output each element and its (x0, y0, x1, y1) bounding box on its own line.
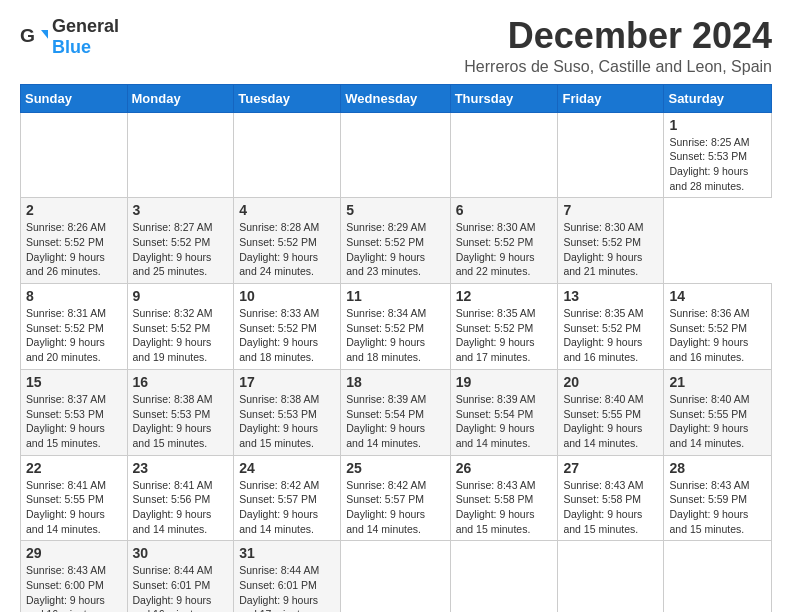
calendar-cell: 5Sunrise: 8:29 AMSunset: 5:52 PMDaylight… (341, 198, 450, 284)
col-friday: Friday (558, 84, 664, 112)
day-info: Sunrise: 8:34 AMSunset: 5:52 PMDaylight:… (346, 306, 444, 365)
calendar-cell: 13Sunrise: 8:35 AMSunset: 5:52 PMDayligh… (558, 284, 664, 370)
day-info: Sunrise: 8:26 AMSunset: 5:52 PMDaylight:… (26, 220, 122, 279)
calendar-cell: 23Sunrise: 8:41 AMSunset: 5:56 PMDayligh… (127, 455, 234, 541)
calendar-cell: 7Sunrise: 8:30 AMSunset: 5:52 PMDaylight… (558, 198, 664, 284)
calendar-cell: 29Sunrise: 8:43 AMSunset: 6:00 PMDayligh… (21, 541, 128, 612)
day-info: Sunrise: 8:38 AMSunset: 5:53 PMDaylight:… (239, 392, 335, 451)
day-number: 24 (239, 460, 335, 476)
day-info: Sunrise: 8:30 AMSunset: 5:52 PMDaylight:… (563, 220, 658, 279)
day-info: Sunrise: 8:31 AMSunset: 5:52 PMDaylight:… (26, 306, 122, 365)
logo-blue: Blue (52, 37, 91, 57)
day-info: Sunrise: 8:35 AMSunset: 5:52 PMDaylight:… (563, 306, 658, 365)
calendar-cell (450, 112, 558, 198)
calendar-week-row: 2Sunrise: 8:26 AMSunset: 5:52 PMDaylight… (21, 198, 772, 284)
day-number: 15 (26, 374, 122, 390)
day-number: 29 (26, 545, 122, 561)
day-number: 28 (669, 460, 766, 476)
calendar-week-row: 29Sunrise: 8:43 AMSunset: 6:00 PMDayligh… (21, 541, 772, 612)
day-info: Sunrise: 8:43 AMSunset: 6:00 PMDaylight:… (26, 563, 122, 612)
calendar-cell: 15Sunrise: 8:37 AMSunset: 5:53 PMDayligh… (21, 369, 128, 455)
day-number: 9 (133, 288, 229, 304)
day-number: 6 (456, 202, 553, 218)
day-info: Sunrise: 8:42 AMSunset: 5:57 PMDaylight:… (239, 478, 335, 537)
calendar-cell: 31Sunrise: 8:44 AMSunset: 6:01 PMDayligh… (234, 541, 341, 612)
day-info: Sunrise: 8:32 AMSunset: 5:52 PMDaylight:… (133, 306, 229, 365)
day-number: 25 (346, 460, 444, 476)
calendar-cell: 3Sunrise: 8:27 AMSunset: 5:52 PMDaylight… (127, 198, 234, 284)
day-number: 8 (26, 288, 122, 304)
calendar-cell (341, 112, 450, 198)
calendar-cell: 27Sunrise: 8:43 AMSunset: 5:58 PMDayligh… (558, 455, 664, 541)
calendar-cell (21, 112, 128, 198)
calendar-cell (127, 112, 234, 198)
day-info: Sunrise: 8:44 AMSunset: 6:01 PMDaylight:… (133, 563, 229, 612)
day-number: 2 (26, 202, 122, 218)
day-number: 11 (346, 288, 444, 304)
calendar-cell: 9Sunrise: 8:32 AMSunset: 5:52 PMDaylight… (127, 284, 234, 370)
day-number: 20 (563, 374, 658, 390)
calendar-week-row: 15Sunrise: 8:37 AMSunset: 5:53 PMDayligh… (21, 369, 772, 455)
day-info: Sunrise: 8:39 AMSunset: 5:54 PMDaylight:… (456, 392, 553, 451)
calendar-cell: 6Sunrise: 8:30 AMSunset: 5:52 PMDaylight… (450, 198, 558, 284)
logo-text: General Blue (52, 16, 119, 58)
calendar-cell: 11Sunrise: 8:34 AMSunset: 5:52 PMDayligh… (341, 284, 450, 370)
calendar-cell (234, 112, 341, 198)
day-number: 5 (346, 202, 444, 218)
calendar-cell (664, 541, 772, 612)
day-number: 26 (456, 460, 553, 476)
calendar-cell: 24Sunrise: 8:42 AMSunset: 5:57 PMDayligh… (234, 455, 341, 541)
day-number: 18 (346, 374, 444, 390)
day-info: Sunrise: 8:44 AMSunset: 6:01 PMDaylight:… (239, 563, 335, 612)
day-number: 4 (239, 202, 335, 218)
header-row: Sunday Monday Tuesday Wednesday Thursday… (21, 84, 772, 112)
col-tuesday: Tuesday (234, 84, 341, 112)
day-number: 16 (133, 374, 229, 390)
calendar-cell (558, 541, 664, 612)
calendar-cell (450, 541, 558, 612)
calendar-cell: 14Sunrise: 8:36 AMSunset: 5:52 PMDayligh… (664, 284, 772, 370)
day-info: Sunrise: 8:28 AMSunset: 5:52 PMDaylight:… (239, 220, 335, 279)
logo-general: General (52, 16, 119, 36)
day-number: 12 (456, 288, 553, 304)
day-number: 31 (239, 545, 335, 561)
day-info: Sunrise: 8:30 AMSunset: 5:52 PMDaylight:… (456, 220, 553, 279)
calendar-cell: 19Sunrise: 8:39 AMSunset: 5:54 PMDayligh… (450, 369, 558, 455)
page: G General Blue December 2024 Herreros de… (0, 0, 792, 612)
day-info: Sunrise: 8:25 AMSunset: 5:53 PMDaylight:… (669, 135, 766, 194)
calendar-cell: 10Sunrise: 8:33 AMSunset: 5:52 PMDayligh… (234, 284, 341, 370)
calendar-cell: 4Sunrise: 8:28 AMSunset: 5:52 PMDaylight… (234, 198, 341, 284)
day-info: Sunrise: 8:40 AMSunset: 5:55 PMDaylight:… (563, 392, 658, 451)
col-thursday: Thursday (450, 84, 558, 112)
title-area: December 2024 Herreros de Suso, Castille… (464, 16, 772, 76)
day-number: 22 (26, 460, 122, 476)
calendar-cell: 17Sunrise: 8:38 AMSunset: 5:53 PMDayligh… (234, 369, 341, 455)
calendar-week-row: 22Sunrise: 8:41 AMSunset: 5:55 PMDayligh… (21, 455, 772, 541)
calendar-cell (341, 541, 450, 612)
calendar-week-row: 1Sunrise: 8:25 AMSunset: 5:53 PMDaylight… (21, 112, 772, 198)
day-info: Sunrise: 8:33 AMSunset: 5:52 PMDaylight:… (239, 306, 335, 365)
day-info: Sunrise: 8:43 AMSunset: 5:58 PMDaylight:… (563, 478, 658, 537)
logo-icon: G (20, 23, 48, 51)
calendar-cell (558, 112, 664, 198)
svg-text:G: G (20, 25, 35, 46)
calendar-cell: 30Sunrise: 8:44 AMSunset: 6:01 PMDayligh… (127, 541, 234, 612)
calendar-cell: 21Sunrise: 8:40 AMSunset: 5:55 PMDayligh… (664, 369, 772, 455)
day-number: 3 (133, 202, 229, 218)
day-number: 23 (133, 460, 229, 476)
location-title: Herreros de Suso, Castille and Leon, Spa… (464, 58, 772, 76)
day-info: Sunrise: 8:43 AMSunset: 5:59 PMDaylight:… (669, 478, 766, 537)
svg-marker-1 (41, 30, 48, 39)
calendar-cell: 16Sunrise: 8:38 AMSunset: 5:53 PMDayligh… (127, 369, 234, 455)
col-saturday: Saturday (664, 84, 772, 112)
day-info: Sunrise: 8:41 AMSunset: 5:56 PMDaylight:… (133, 478, 229, 537)
day-info: Sunrise: 8:27 AMSunset: 5:52 PMDaylight:… (133, 220, 229, 279)
calendar-cell: 1Sunrise: 8:25 AMSunset: 5:53 PMDaylight… (664, 112, 772, 198)
day-info: Sunrise: 8:40 AMSunset: 5:55 PMDaylight:… (669, 392, 766, 451)
logo: G General Blue (20, 16, 119, 58)
day-number: 1 (669, 117, 766, 133)
calendar-cell: 28Sunrise: 8:43 AMSunset: 5:59 PMDayligh… (664, 455, 772, 541)
calendar-cell: 12Sunrise: 8:35 AMSunset: 5:52 PMDayligh… (450, 284, 558, 370)
calendar-week-row: 8Sunrise: 8:31 AMSunset: 5:52 PMDaylight… (21, 284, 772, 370)
header-area: G General Blue December 2024 Herreros de… (20, 16, 772, 76)
